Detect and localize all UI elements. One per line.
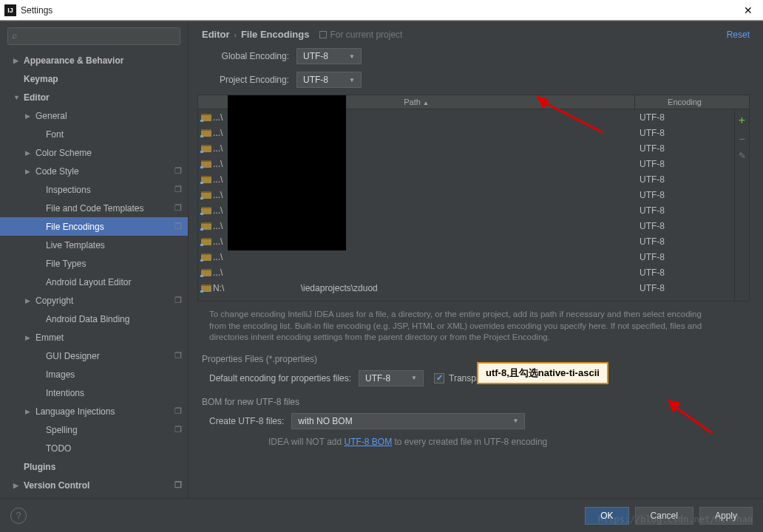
settings-tree: ▶Appearance & BehaviorKeymap▼Editor▶Gene… xyxy=(0,51,188,498)
sidebar-item[interactable]: ▶Copyright❐ xyxy=(0,291,188,310)
scope-icon: ❐ xyxy=(174,222,182,231)
chevron-down-icon: ▼ xyxy=(349,53,355,60)
content-panel: Editor›File Encodings For current projec… xyxy=(189,21,763,498)
encoding-cell: UTF-8 xyxy=(635,205,734,216)
sidebar-item-label: Code Style xyxy=(35,166,79,177)
folder-icon xyxy=(201,207,211,214)
encoding-cell: UTF-8 xyxy=(635,252,734,262)
project-scope-label: For current project xyxy=(319,30,402,40)
encoding-cell: UTF-8 xyxy=(635,283,734,293)
path-text: N:\ \iedaprojects\zduod xyxy=(213,283,378,293)
window-title: Settings xyxy=(21,5,733,16)
folder-icon xyxy=(201,253,211,261)
close-button[interactable]: ✕ xyxy=(733,4,763,16)
sidebar-item[interactable]: Live Templates xyxy=(0,236,188,254)
default-encoding-combo[interactable]: UTF-8▼ xyxy=(359,370,424,386)
global-encoding-label: Global Encoding: xyxy=(202,51,289,61)
sidebar-item[interactable]: Android Layout Editor xyxy=(0,273,188,291)
sidebar-item-label: Copyright xyxy=(35,296,73,306)
sidebar-item[interactable]: ▶Color Scheme xyxy=(0,143,188,162)
sidebar-item[interactable]: ▶Appearance & Behavior xyxy=(0,51,188,69)
scope-icon: ❐ xyxy=(174,203,182,213)
table-row[interactable]: ...\UTF-8 xyxy=(198,265,734,280)
sidebar-item[interactable]: ▶General xyxy=(0,106,188,125)
create-utf8-combo[interactable]: with NO BOM▼ xyxy=(291,413,525,429)
expand-icon: ▶ xyxy=(25,408,35,415)
folder-icon xyxy=(201,191,211,199)
sidebar-item[interactable]: ▶Version Control❐ xyxy=(0,476,188,494)
sidebar-item[interactable]: ▶Language Injections❐ xyxy=(0,402,188,420)
reset-link[interactable]: Reset xyxy=(727,30,750,40)
scope-icon: ❐ xyxy=(174,425,182,434)
chevron-down-icon: ▼ xyxy=(349,77,355,83)
scope-icon: ❐ xyxy=(174,351,182,361)
folder-icon xyxy=(201,269,211,276)
ok-button[interactable]: OK xyxy=(585,507,628,525)
encoding-cell: UTF-8 xyxy=(635,112,734,123)
apply-button[interactable]: Apply xyxy=(699,507,753,525)
sidebar-item[interactable]: File Encodings❐ xyxy=(0,217,188,236)
edit-button[interactable]: ✎ xyxy=(739,151,746,161)
footer: ? OK Cancel Apply xyxy=(0,498,763,532)
encoding-cell: UTF-8 xyxy=(635,128,734,138)
sidebar-item-label: TODO xyxy=(46,443,71,454)
scope-icon: ❐ xyxy=(174,480,182,490)
path-text: ...\ xyxy=(213,112,223,123)
sidebar-item-label: File and Code Templates xyxy=(46,203,144,214)
expand-icon: ▶ xyxy=(13,482,24,489)
sidebar-item[interactable]: File and Code Templates❐ xyxy=(0,199,188,217)
scope-icon: ❐ xyxy=(174,296,182,305)
sidebar-item[interactable]: Intentions xyxy=(0,383,188,402)
sidebar-item[interactable]: ▶Code Style❐ xyxy=(0,162,188,180)
path-text: ...\ xyxy=(213,267,223,278)
sidebar-item[interactable]: Spelling❐ xyxy=(0,420,188,439)
expand-icon: ▶ xyxy=(25,297,35,304)
encoding-cell: UTF-8 xyxy=(635,236,734,247)
sidebar-item-label: Plugins xyxy=(24,462,55,472)
table-row[interactable]: ...\UTF-8 xyxy=(198,249,734,265)
folder-icon xyxy=(201,160,211,168)
sidebar-item-label: File Encodings xyxy=(46,222,104,232)
search-input[interactable] xyxy=(7,27,180,45)
help-button[interactable]: ? xyxy=(10,508,27,524)
utf8-bom-link[interactable]: UTF-8 BOM xyxy=(344,437,392,447)
properties-section: Properties Files (*.properties) xyxy=(189,348,763,366)
help-text: To change encoding IntelliJ IDEA uses fo… xyxy=(189,301,763,348)
sidebar-item[interactable]: Images xyxy=(0,365,188,383)
sidebar-item[interactable]: Font xyxy=(0,125,188,143)
folder-icon xyxy=(201,284,211,292)
sidebar-item-label: Keymap xyxy=(24,74,58,84)
cancel-button[interactable]: Cancel xyxy=(635,507,694,525)
sidebar-item-label: Language Injections xyxy=(35,406,115,417)
folder-icon xyxy=(201,222,211,230)
global-encoding-combo[interactable]: UTF-8▼ xyxy=(296,48,362,64)
native-to-ascii-checkbox[interactable] xyxy=(434,373,444,383)
sidebar-item-label: Android Layout Editor xyxy=(46,277,131,287)
sidebar-item[interactable]: Plugins xyxy=(0,457,188,476)
sidebar-item-label: Live Templates xyxy=(46,240,105,250)
sidebar-item[interactable]: File Types xyxy=(0,254,188,273)
table-row[interactable]: N:\ \iedaprojects\zduodUTF-8 xyxy=(198,280,734,296)
add-button[interactable]: + xyxy=(739,114,745,127)
project-encoding-combo[interactable]: UTF-8▼ xyxy=(296,72,362,88)
encoding-table: Path ▲ Encoding ...\UTF-8...\UTF-8...\ a… xyxy=(197,95,750,301)
sidebar-item[interactable]: Inspections❐ xyxy=(0,180,188,199)
sidebar-item[interactable]: Android Data Binding xyxy=(0,310,188,328)
sidebar-item[interactable]: ▶Emmet xyxy=(0,328,188,347)
expand-icon: ▶ xyxy=(25,168,35,175)
path-text: ...\ xyxy=(213,190,223,200)
sidebar-item-label: Inspections xyxy=(46,185,91,195)
sidebar: ⌕ ▶Appearance & BehaviorKeymap▼Editor▶Ge… xyxy=(0,21,189,498)
annotation-callout: utf-8,且勾选native-ti-ascii xyxy=(477,362,608,384)
sidebar-item[interactable]: GUI Designer❐ xyxy=(0,347,188,365)
sidebar-item[interactable]: TODO xyxy=(0,439,188,457)
sidebar-item-label: File Types xyxy=(46,259,86,269)
path-text: ...\ xyxy=(213,221,223,231)
scope-icon: ❐ xyxy=(174,166,182,176)
project-encoding-label: Project Encoding: xyxy=(202,75,289,85)
remove-button[interactable]: − xyxy=(739,133,745,145)
col-encoding[interactable]: Encoding xyxy=(635,95,734,109)
sidebar-item[interactable]: Keymap xyxy=(0,69,188,88)
sidebar-item[interactable]: ▼Editor xyxy=(0,88,188,106)
scope-icon: ❐ xyxy=(174,406,182,416)
